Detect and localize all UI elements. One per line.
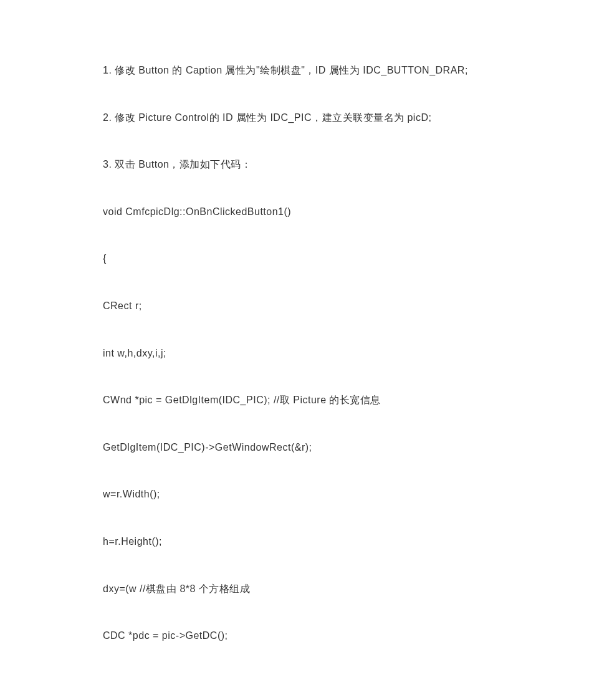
code-line: { <box>103 251 489 267</box>
code-line: void CmfcpicDlg::OnBnClickedButton1() <box>103 204 489 220</box>
text-line: 1. 修改 Button 的 Caption 属性为"绘制棋盘"，ID 属性为 … <box>103 62 489 79</box>
document-content: 1. 修改 Button 的 Caption 属性为"绘制棋盘"，ID 属性为 … <box>103 62 489 644</box>
text-line: 3. 双击 Button，添加如下代码： <box>103 156 489 173</box>
code-line: w=r.Width(); <box>103 486 489 502</box>
code-line: h=r.Height(); <box>103 534 489 550</box>
code-line: int w,h,dxy,i,j; <box>103 345 489 362</box>
code-line: GetDlgItem(IDC_PIC)->GetWindowRect(&r); <box>103 439 489 456</box>
code-line: dxy=(w //棋盘由 8*8 个方格组成 <box>103 581 489 597</box>
code-line: CWnd *pic = GetDlgItem(IDC_PIC); //取 Pic… <box>103 392 489 408</box>
text-line: 2. 修改 Picture Control的 ID 属性为 IDC_PIC，建立… <box>103 110 489 126</box>
code-line: CDC *pdc = pic->GetDC(); <box>103 628 489 644</box>
code-line: CRect r; <box>103 298 489 314</box>
